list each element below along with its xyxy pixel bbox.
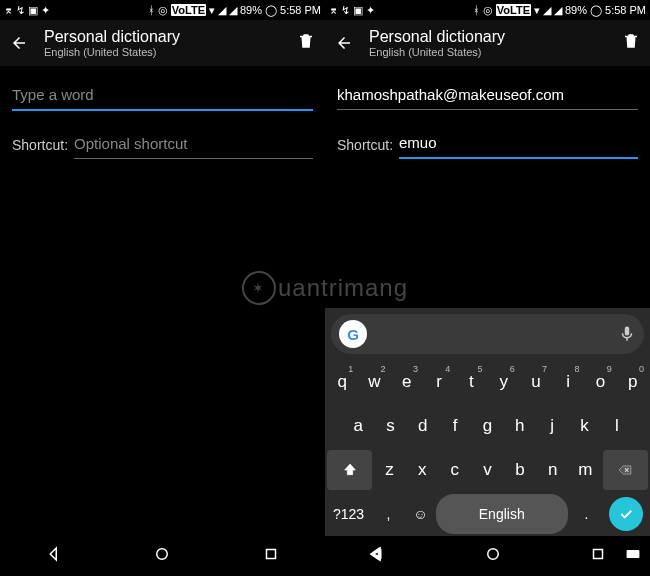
image-icon: ▣ xyxy=(28,5,38,16)
back-button[interactable] xyxy=(10,34,28,52)
delete-button[interactable] xyxy=(622,32,640,54)
key-e[interactable]: e3 xyxy=(392,362,422,402)
signal-icon-2: ◢ xyxy=(229,5,237,16)
battery-text: 89% xyxy=(240,4,262,16)
key-c[interactable]: c xyxy=(440,450,471,490)
shortcut-label: Shortcut: xyxy=(12,137,68,159)
sync-icon: ↯ xyxy=(341,5,350,16)
volte-icon: VoLTE xyxy=(171,4,206,16)
delete-button[interactable] xyxy=(297,32,315,54)
nav-back[interactable] xyxy=(45,545,63,567)
key-r[interactable]: r4 xyxy=(424,362,454,402)
back-button[interactable] xyxy=(335,34,353,52)
shortcut-input[interactable] xyxy=(399,128,638,159)
clock-text: 5:58 PM xyxy=(280,4,321,16)
wifi-icon: ▾ xyxy=(534,5,540,16)
page-subtitle: English (United States) xyxy=(369,46,622,58)
key-j[interactable]: j xyxy=(537,406,567,446)
status-left: ⌆ ↯ ▣ ✦ xyxy=(329,5,375,16)
page-subtitle: English (United States) xyxy=(44,46,297,58)
content-area: Shortcut: xyxy=(0,66,325,159)
image-icon: ▣ xyxy=(353,5,363,16)
key-row-2: asdfghjkl xyxy=(325,404,650,448)
location-icon: ◎ xyxy=(483,5,493,16)
appbar-titles: Personal dictionary English (United Stat… xyxy=(44,28,297,58)
key-x[interactable]: x xyxy=(407,450,438,490)
key-k[interactable]: k xyxy=(569,406,599,446)
key-f[interactable]: f xyxy=(440,406,470,446)
key-h[interactable]: h xyxy=(505,406,535,446)
nav-recent[interactable] xyxy=(262,545,280,567)
battery-icon: ◯ xyxy=(590,5,602,16)
word-input[interactable] xyxy=(12,80,313,111)
word-input[interactable] xyxy=(337,80,638,110)
symbols-key[interactable]: ?123 xyxy=(327,494,370,534)
suggestion-bar[interactable]: G xyxy=(331,314,644,354)
key-z[interactable]: z xyxy=(374,450,405,490)
bluetooth-icon: ᚼ xyxy=(148,5,155,16)
keyboard: G q1w2e3r4t5y6u7i8o9p0 asdfghjkl zxcvbnm… xyxy=(325,308,650,536)
mic-icon[interactable] xyxy=(618,325,636,343)
signal-icon: ◢ xyxy=(218,5,226,16)
shortcut-row: Shortcut: xyxy=(337,128,638,159)
comma-key[interactable]: , xyxy=(372,494,405,534)
key-d[interactable]: d xyxy=(408,406,438,446)
key-t[interactable]: t5 xyxy=(456,362,486,402)
key-g[interactable]: g xyxy=(472,406,502,446)
backspace-key[interactable] xyxy=(603,450,648,490)
refresh-icon: ✦ xyxy=(366,5,375,16)
key-row-1: q1w2e3r4t5y6u7i8o9p0 xyxy=(325,360,650,404)
key-b[interactable]: b xyxy=(505,450,536,490)
key-s[interactable]: s xyxy=(375,406,405,446)
enter-key[interactable] xyxy=(605,494,648,534)
keyboard-switch-icon[interactable] xyxy=(624,547,642,565)
cast-icon: ⌆ xyxy=(4,5,13,16)
nav-home[interactable] xyxy=(153,545,171,567)
period-key[interactable]: . xyxy=(570,494,603,534)
nav-recent[interactable] xyxy=(589,545,607,567)
nav-bar xyxy=(0,536,325,576)
volte-icon: VoLTE xyxy=(496,4,531,16)
key-n[interactable]: n xyxy=(537,450,568,490)
status-right: ᚼ ◎ VoLTE ▾ ◢ ◢ 89% ◯ 5:58 PM xyxy=(148,4,321,16)
space-key[interactable]: English xyxy=(436,494,568,534)
key-y[interactable]: y6 xyxy=(489,362,519,402)
app-bar: Personal dictionary English (United Stat… xyxy=(0,20,325,66)
svg-rect-4 xyxy=(593,550,602,559)
location-icon: ◎ xyxy=(158,5,168,16)
key-q[interactable]: q1 xyxy=(327,362,357,402)
page-title: Personal dictionary xyxy=(369,28,622,46)
key-u[interactable]: u7 xyxy=(521,362,551,402)
key-i[interactable]: i8 xyxy=(553,362,583,402)
key-o[interactable]: o9 xyxy=(585,362,615,402)
nav-back[interactable]: ▽ xyxy=(368,545,398,567)
key-l[interactable]: l xyxy=(602,406,632,446)
refresh-icon: ✦ xyxy=(41,5,50,16)
key-v[interactable]: v xyxy=(472,450,503,490)
content-area: Shortcut: xyxy=(325,66,650,159)
page-title: Personal dictionary xyxy=(44,28,297,46)
phone-screen-left: ⌆ ↯ ▣ ✦ ᚼ ◎ VoLTE ▾ ◢ ◢ 89% ◯ 5:58 PM Pe… xyxy=(0,0,325,576)
key-p[interactable]: p0 xyxy=(618,362,648,402)
emoji-key[interactable]: ☺ xyxy=(407,494,433,534)
appbar-titles: Personal dictionary English (United Stat… xyxy=(369,28,622,58)
google-icon[interactable]: G xyxy=(339,320,367,348)
shortcut-input[interactable] xyxy=(74,129,313,159)
nav-home[interactable] xyxy=(484,545,502,567)
battery-icon: ◯ xyxy=(265,5,277,16)
status-bar: ⌆ ↯ ▣ ✦ ᚼ ◎ VoLTE ▾ ◢ ◢ 89% ◯ 5:58 PM xyxy=(325,0,650,20)
key-w[interactable]: w2 xyxy=(359,362,389,402)
shift-key[interactable] xyxy=(327,450,372,490)
svg-point-0 xyxy=(157,549,168,560)
phone-screen-right: ⌆ ↯ ▣ ✦ ᚼ ◎ VoLTE ▾ ◢ ◢ 89% ◯ 5:58 PM Pe… xyxy=(325,0,650,576)
signal-icon-2: ◢ xyxy=(554,5,562,16)
svg-rect-5 xyxy=(627,551,639,558)
nav-bar: ▽ xyxy=(325,536,650,576)
key-a[interactable]: a xyxy=(343,406,373,446)
status-bar: ⌆ ↯ ▣ ✦ ᚼ ◎ VoLTE ▾ ◢ ◢ 89% ◯ 5:58 PM xyxy=(0,0,325,20)
status-left: ⌆ ↯ ▣ ✦ xyxy=(4,5,50,16)
signal-icon: ◢ xyxy=(543,5,551,16)
wifi-icon: ▾ xyxy=(209,5,215,16)
svg-point-3 xyxy=(488,549,499,560)
key-m[interactable]: m xyxy=(570,450,601,490)
